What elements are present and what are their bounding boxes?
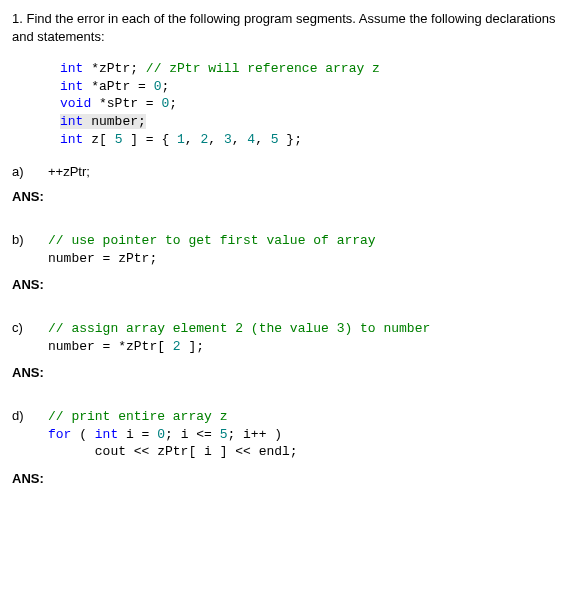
ans-d: ANS: bbox=[12, 471, 569, 486]
code-text: , bbox=[255, 132, 271, 147]
code-text: ]; bbox=[181, 339, 204, 354]
code-text: *zPtr; bbox=[83, 61, 145, 76]
code-text: ( bbox=[71, 427, 94, 442]
code-text: ; bbox=[169, 96, 177, 111]
code-text: *aPtr = bbox=[83, 79, 153, 94]
comment: // zPtr will reference array z bbox=[146, 61, 380, 76]
part-b-code: // use pointer to get first value of arr… bbox=[48, 232, 376, 267]
kw-int: int bbox=[60, 61, 83, 76]
part-b-label: b) bbox=[12, 232, 48, 247]
code-text: ; i <= bbox=[165, 427, 220, 442]
ans-c: ANS: bbox=[12, 365, 569, 380]
code-text: cout << zPtr[ i ] << endl; bbox=[48, 444, 298, 459]
part-d-code: // print entire array z for ( int i = 0;… bbox=[48, 408, 298, 461]
num: 4 bbox=[247, 132, 255, 147]
kw-int: int bbox=[60, 114, 83, 129]
code-text: }; bbox=[279, 132, 302, 147]
part-a-code: ++zPtr; bbox=[48, 164, 90, 179]
part-b-row: b) // use pointer to get first value of … bbox=[12, 232, 569, 267]
kw-int: int bbox=[95, 427, 118, 442]
code-text: number = zPtr; bbox=[48, 251, 157, 266]
num: 5 bbox=[271, 132, 279, 147]
ans-a: ANS: bbox=[12, 189, 569, 204]
part-d-label: d) bbox=[12, 408, 48, 423]
kw-void: void bbox=[60, 96, 91, 111]
num: 1 bbox=[177, 132, 185, 147]
part-c-code: // assign array element 2 (the value 3) … bbox=[48, 320, 430, 355]
highlighted-line: int number; bbox=[60, 114, 146, 129]
code-text: ; bbox=[161, 79, 169, 94]
code-text: ] = { bbox=[122, 132, 177, 147]
part-a-row: a) ++zPtr; bbox=[12, 164, 569, 179]
code-text: , bbox=[232, 132, 248, 147]
num: 3 bbox=[224, 132, 232, 147]
code-text: ; i++ ) bbox=[227, 427, 282, 442]
ans-b: ANS: bbox=[12, 277, 569, 292]
comment: // use pointer to get first value of arr… bbox=[48, 233, 376, 248]
kw-int: int bbox=[60, 79, 83, 94]
code-text: , bbox=[185, 132, 201, 147]
comment: // assign array element 2 (the value 3) … bbox=[48, 321, 430, 336]
question-text: 1. Find the error in each of the followi… bbox=[12, 10, 569, 46]
part-a-label: a) bbox=[12, 164, 48, 179]
part-c-row: c) // assign array element 2 (the value … bbox=[12, 320, 569, 355]
code-text: , bbox=[208, 132, 224, 147]
comment: // print entire array z bbox=[48, 409, 227, 424]
num: 0 bbox=[157, 427, 165, 442]
code-text: number = *zPtr[ bbox=[48, 339, 173, 354]
declarations-code: int *zPtr; // zPtr will reference array … bbox=[60, 60, 569, 148]
kw-for: for bbox=[48, 427, 71, 442]
num: 2 bbox=[173, 339, 181, 354]
code-text: *sPtr = bbox=[91, 96, 161, 111]
part-d-row: d) // print entire array z for ( int i =… bbox=[12, 408, 569, 461]
part-c-label: c) bbox=[12, 320, 48, 335]
code-text: number; bbox=[83, 114, 145, 129]
code-text: i = bbox=[118, 427, 157, 442]
kw-int: int bbox=[60, 132, 83, 147]
code-text: z[ bbox=[83, 132, 114, 147]
